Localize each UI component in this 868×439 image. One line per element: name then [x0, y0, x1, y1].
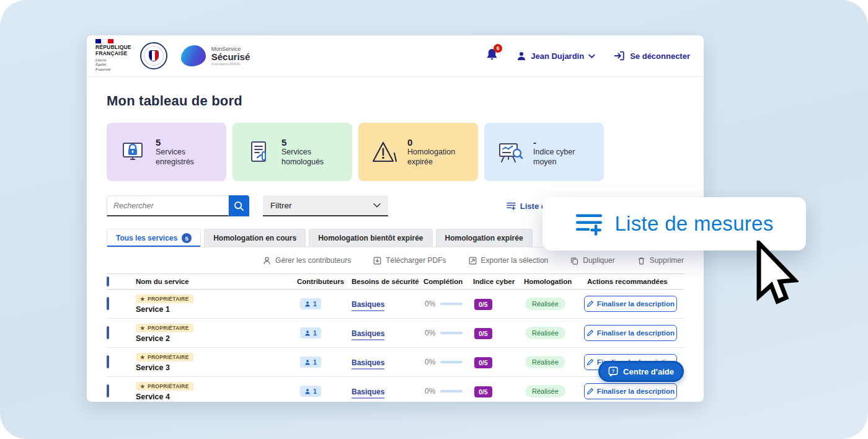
- table-header-row: Nom du service Contributeurs Besoins de …: [107, 273, 684, 290]
- help-center-label: Centre d'aide: [623, 367, 674, 376]
- chart-magnifier-icon: [497, 138, 524, 166]
- stat-cards: 5 Services enregistrés 5 Services homolo…: [107, 123, 684, 181]
- services-table: Nom du service Contributeurs Besoins de …: [107, 273, 684, 402]
- service-name[interactable]: Service 4: [136, 392, 170, 401]
- star-icon: ★: [140, 383, 145, 389]
- service-name[interactable]: Service 1: [136, 305, 170, 314]
- anssi-seal-icon: [140, 42, 167, 69]
- notifications-button[interactable]: 6: [486, 48, 498, 63]
- tab-homologation-expiree[interactable]: Homologation expirée: [436, 229, 533, 247]
- col-nom-du-service: Nom du service: [131, 278, 293, 285]
- row-checkbox[interactable]: [107, 384, 109, 397]
- help-bubble-icon: ?: [608, 366, 618, 376]
- security-needs-link[interactable]: Basiques: [352, 388, 384, 399]
- list-plus-icon: [507, 202, 516, 210]
- tab-homologation-bientot-expiree[interactable]: Homologation bientôt expirée: [309, 229, 432, 247]
- logout-button[interactable]: Se déconnecter: [614, 50, 690, 61]
- warning-triangle-icon: [371, 138, 398, 166]
- download-pdfs-button[interactable]: Télécharger PDFs: [373, 256, 446, 265]
- completion-percent: 0%: [425, 358, 435, 366]
- homologation-status-badge: Réalisée: [525, 356, 565, 368]
- tab-homologation-en-cours[interactable]: Homologation en cours: [204, 229, 306, 247]
- pencil-icon: [587, 330, 593, 337]
- pencil-icon: [587, 301, 593, 308]
- chevron-down-icon: [588, 54, 595, 58]
- bulk-actions-toolbar: Gérer les contributeurs Télécharger PDFs…: [107, 252, 684, 268]
- contributors-pill[interactable]: 1: [300, 357, 321, 368]
- monservice-securise-logo: MonService Sécurisé Innovation ANSSI: [181, 45, 250, 66]
- rf-motto-2: Égalité: [95, 63, 131, 68]
- manage-contributors-button[interactable]: Gérer les contributeurs: [263, 256, 351, 265]
- completion-percent: 0%: [425, 299, 435, 308]
- security-needs-link[interactable]: Basiques: [352, 329, 384, 340]
- search-box: [107, 195, 249, 216]
- user-icon: [304, 301, 311, 307]
- contributors-icon: [263, 257, 271, 265]
- rf-line1: RÉPUBLIQUE: [95, 44, 131, 50]
- filter-dropdown[interactable]: Filtrer: [263, 195, 388, 216]
- mouse-cursor-icon: [754, 241, 799, 305]
- user-menu[interactable]: Jean Dujardin: [516, 51, 595, 61]
- app-header: RÉPUBLIQUEFRANÇAISE Liberté Égalité Frat…: [87, 35, 704, 77]
- service-name[interactable]: Service 2: [136, 334, 170, 343]
- delete-button[interactable]: Supprimer: [637, 256, 684, 265]
- contributors-pill[interactable]: 1: [300, 386, 321, 397]
- user-icon: [304, 330, 311, 336]
- tab-tous-les-services[interactable]: Tous les services 5: [107, 229, 201, 247]
- tool-label: Gérer les contributeurs: [275, 256, 351, 265]
- stat-value: 0: [407, 137, 469, 148]
- finalize-description-button[interactable]: Finaliser la description: [584, 383, 677, 399]
- tool-label: Exporter la sélection: [481, 256, 549, 265]
- chevron-down-icon: [373, 203, 381, 208]
- export-selection-button[interactable]: Exporter la sélection: [469, 256, 549, 265]
- cyber-index-badge: 0/5: [474, 328, 492, 339]
- row-checkbox[interactable]: [107, 297, 109, 310]
- homologation-status-badge: Réalisée: [525, 298, 565, 310]
- tab-label: Tous les services: [116, 234, 177, 242]
- security-needs-link[interactable]: Basiques: [352, 358, 384, 370]
- row-checkbox[interactable]: [107, 326, 109, 339]
- search-button[interactable]: [229, 195, 249, 216]
- pencil-icon: [587, 388, 593, 395]
- table-row: ★PROPRIÉTAIRE Service 3 1 Basiques 0% 0/…: [107, 348, 684, 377]
- contributors-pill[interactable]: 1: [300, 298, 321, 309]
- mss-tagline: Innovation ANSSI: [211, 62, 250, 66]
- user-name: Jean Dujardin: [531, 51, 584, 61]
- completion-progressbar: [440, 332, 463, 334]
- search-input[interactable]: [107, 195, 229, 216]
- stat-label: Homologation expirée: [407, 148, 469, 167]
- finalize-description-button[interactable]: Finaliser la description: [584, 296, 677, 312]
- help-center-button[interactable]: ? Centre d'aide: [598, 361, 684, 382]
- tool-label: Supprimer: [650, 256, 684, 265]
- monitor-lock-icon: [119, 138, 146, 166]
- stat-value: 5: [281, 137, 343, 148]
- duplicate-icon: [570, 257, 578, 265]
- list-plus-icon: [575, 211, 603, 236]
- filter-label: Filtrer: [270, 201, 292, 210]
- stat-label: Indice cyber moyen: [533, 148, 595, 167]
- select-all-checkbox[interactable]: [107, 277, 109, 286]
- table-row: ★PROPRIÉTAIRE Service 2 1 Basiques 0% 0/…: [107, 319, 684, 348]
- page-background: RÉPUBLIQUEFRANÇAISE Liberté Égalité Frat…: [0, 0, 868, 439]
- stat-card-homologation-expiree: 0 Homologation expirée: [358, 123, 478, 181]
- stat-value: -: [533, 137, 595, 148]
- owner-badge: ★PROPRIÉTAIRE: [136, 324, 193, 332]
- duplicate-button[interactable]: Dupliquer: [570, 256, 614, 265]
- service-name[interactable]: Service 3: [136, 363, 170, 372]
- republique-francaise-logo: RÉPUBLIQUEFRANÇAISE Liberté Égalité Frat…: [95, 39, 131, 73]
- french-flag-icon: [95, 39, 131, 43]
- security-needs-link[interactable]: Basiques: [352, 300, 384, 311]
- mss-blob-icon: [181, 45, 206, 66]
- completion-percent: 0%: [425, 387, 435, 396]
- download-icon: [373, 257, 381, 265]
- table-row: ★PROPRIÉTAIRE Service 1 1 Basiques 0% 0/…: [107, 290, 684, 319]
- search-icon: [234, 201, 244, 211]
- finalize-description-button[interactable]: Finaliser la description: [584, 325, 677, 341]
- completion-progressbar: [440, 361, 463, 363]
- contributors-pill[interactable]: 1: [300, 327, 321, 339]
- logout-icon: [614, 50, 625, 61]
- row-checkbox[interactable]: [107, 355, 109, 368]
- cyber-index-badge: 0/5: [474, 299, 492, 310]
- user-icon: [304, 359, 311, 365]
- tab-count-badge: 5: [182, 233, 192, 243]
